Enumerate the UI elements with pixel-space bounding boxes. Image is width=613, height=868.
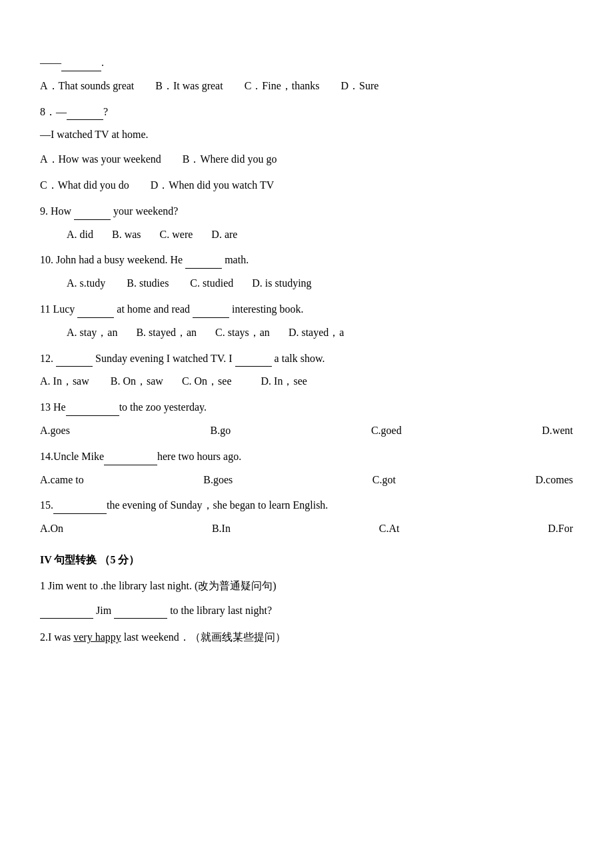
- top-dash: ——: [40, 57, 61, 68]
- s4q2-question: 2.I was very happy last weekend．（就画线某些提问…: [40, 628, 573, 647]
- s4q1-blank2: [114, 618, 167, 619]
- q7-option-b: B．It was great: [147, 77, 223, 96]
- q8-option-b: B．Where did you go: [175, 150, 277, 169]
- q9-question: 9. How your weekend?: [40, 202, 573, 221]
- q12-blank1: [56, 366, 93, 367]
- q14-option-c: C.got: [312, 471, 396, 490]
- top-blank-row: ——.: [40, 53, 573, 73]
- q11-question: 11 Lucy at home and read interesting boo…: [40, 300, 573, 319]
- q15-blank: [53, 513, 107, 514]
- q12-options-row: A. In，saw B. On，saw C. On，see D. In，see: [40, 372, 573, 391]
- q12-option-d: D. In，see: [245, 372, 307, 391]
- q10-option-c: C. studied: [182, 274, 233, 293]
- q9-option-d: D. are: [206, 225, 237, 245]
- s4q1-blank1: [40, 618, 93, 619]
- q11-blank1: [77, 317, 114, 318]
- q10-option-b: B. studies: [119, 274, 169, 293]
- q13-blank: [66, 415, 119, 416]
- q12-option-b: B. On，saw: [103, 372, 163, 391]
- q9-option-b: B. was: [107, 225, 141, 245]
- q14-option-b: B.goes: [163, 471, 233, 490]
- q13-option-b: B.go: [157, 421, 231, 441]
- q10-option-d: D. is studying: [247, 274, 311, 293]
- q9-option-c: C. were: [155, 225, 193, 245]
- q11-blank2: [193, 317, 229, 318]
- q8-option-a: A．How was your weekend: [40, 150, 161, 169]
- q15-option-d: D.For: [488, 519, 573, 539]
- q10-option-a: A. s.tudy: [67, 274, 105, 293]
- top-line-blank: [61, 71, 101, 71]
- q7-options-row: A．That sounds great B．It was great C．Fin…: [40, 77, 573, 96]
- q11-option-d: D. stayed，a: [283, 323, 344, 343]
- top-period: .: [101, 57, 104, 68]
- q11-options-row: A. stay，an B. stayed，an C. stays，an D. s…: [40, 323, 573, 343]
- q9-options-row: A. did B. was C. were D. are: [40, 225, 573, 245]
- q12-option-c: C. On，see: [177, 372, 232, 391]
- q7-option-a: A．That sounds great: [40, 77, 134, 96]
- q15-option-a: A.On: [40, 519, 63, 539]
- q14-option-d: D.comes: [476, 471, 573, 490]
- q13-option-a: A.goes: [40, 421, 70, 441]
- q8-option-c: C．What did you do: [40, 176, 129, 195]
- q13-options-row: A.goes B.go C.goed D.went: [40, 421, 573, 441]
- q7-option-d: D．Sure: [333, 77, 379, 96]
- q8-blank: [67, 119, 103, 120]
- q10-question: 10. John had a busy weekend. He math.: [40, 251, 573, 270]
- q13-question: 13 Heto the zoo yesterday.: [40, 398, 573, 417]
- q14-blank: [104, 465, 157, 465]
- q8-options-row: A．How was your weekend B．Where did you g…: [40, 150, 573, 169]
- q11-option-c: C. stays，an: [210, 323, 270, 343]
- q14-options-row: A.came to B.goes C.got D.comes: [40, 471, 573, 490]
- q15-option-c: C.At: [319, 519, 400, 539]
- q8-answer: —I watched TV at home.: [40, 125, 573, 145]
- q8-option-d: D．When did you watch TV: [143, 176, 274, 195]
- q9-blank: [74, 219, 111, 220]
- q15-question: 15.the evening of Sunday，she began to le…: [40, 496, 573, 515]
- q11-option-b: B. stayed，an: [131, 323, 197, 343]
- s4q1-answer-row: Jim to the library last night?: [40, 601, 573, 621]
- q11-option-a: A. stay，an: [67, 323, 117, 343]
- q14-option-a: A.came to: [40, 471, 84, 490]
- q15-options-row: A.On B.In C.At D.For: [40, 519, 573, 539]
- q12-option-a: A. In，saw: [40, 372, 89, 391]
- q7-option-c: C．Fine，thanks: [237, 77, 320, 96]
- q10-blank: [185, 268, 222, 269]
- section4-header: IV 句型转换 （5 分）: [40, 551, 573, 570]
- q13-option-d: D.went: [488, 421, 573, 441]
- q14-question: 14.Uncle Mikehere two hours ago.: [40, 447, 573, 467]
- s4q2-underline: very happy: [73, 631, 121, 643]
- q13-option-c: C.goed: [318, 421, 402, 441]
- q12-blank2: [235, 366, 272, 367]
- q8-options-row2: C．What did you do D．When did you watch T…: [40, 176, 573, 195]
- q8-question: 8．—?: [40, 103, 573, 122]
- q12-question: 12. Sunday evening I watched TV. I a tal…: [40, 349, 573, 369]
- q9-option-a: A. did: [67, 225, 93, 245]
- q10-options-row: A. s.tudy B. studies C. studied D. is st…: [40, 274, 573, 293]
- q15-option-b: B.In: [152, 519, 231, 539]
- s4q1-question: 1 Jim went to .the library last night. (…: [40, 577, 573, 596]
